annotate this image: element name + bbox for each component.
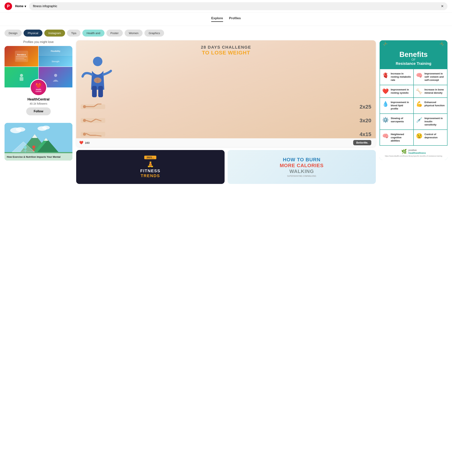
svg-point-44 xyxy=(83,133,86,136)
home-label: Home xyxy=(15,5,23,8)
chip-physical[interactable]: Physical xyxy=(24,30,42,37)
svg-point-5 xyxy=(20,74,23,77)
phw-url: https://www.idealfit.com/fitness-library… xyxy=(383,155,444,157)
phw-line2: healthwellness xyxy=(408,151,426,154)
header: P Home ▾ ✕ xyxy=(0,0,452,13)
chip-health[interactable]: Health and xyxy=(82,30,105,37)
svg-rect-2 xyxy=(16,56,27,57)
benefit-icon-8: 💉 xyxy=(416,117,423,123)
benefits-header: Benefits OF Resistance Training xyxy=(379,46,447,69)
chip-design[interactable]: Design xyxy=(5,30,22,37)
benefit-cell-7: ⚙️ Slowing of sarcopenia xyxy=(380,114,413,130)
benefit-text-5: Improvement in blood lipid profile xyxy=(391,101,411,111)
trends-year: 2021... xyxy=(144,156,156,159)
calories-card[interactable]: HOW TO BURN MORE CALORIES WALKING SUPERS… xyxy=(228,150,376,184)
chip-poster[interactable]: Poster xyxy=(106,30,123,37)
profile-followers: 40.1k followers xyxy=(5,102,73,105)
benefit-icon-10: 😟 xyxy=(416,133,423,139)
benefit-text-3: Improvement in resting systolic xyxy=(391,88,411,95)
benefit-cell-8: 💉 Improvement in insulin sensitivity xyxy=(414,114,447,130)
benefit-text-4: Increase in bone mineral density xyxy=(425,88,445,95)
svg-rect-27 xyxy=(92,86,97,97)
benefit-icon-3: ❤️ xyxy=(382,88,389,94)
chip-graphics[interactable]: Graphics xyxy=(145,30,164,37)
benefit-text-9: Heightened cognitive abilities xyxy=(391,133,411,143)
benefit-text-6: Enhanced physical function xyxy=(425,101,445,107)
benefit-cell-9: 🧠 Heightened cognitive abilities xyxy=(380,130,413,145)
benefit-icon-6: 💪 xyxy=(416,101,423,107)
benefit-text-1: Increase in resting metabolic rate xyxy=(391,72,411,82)
collage-cell-1: Aerobics xyxy=(5,46,38,66)
cal-sub: SUPERSKINYME.COM/WALKING xyxy=(287,175,316,177)
challenge-title: 28 DAYS CHALLENGE xyxy=(201,45,251,50)
home-chevron-icon: ▾ xyxy=(25,5,26,8)
profile-avatar-area: ❤️ Health Central xyxy=(5,79,73,96)
benefits-card[interactable]: 🏋️ 🏋️ Benefits OF Resistance Training 🫀 … xyxy=(379,40,447,160)
svg-text:Aerobics: Aerobics xyxy=(17,53,26,56)
tabs-row: Explore Profiles xyxy=(0,13,452,26)
benefit-cell-6: 💪 Enhanced physical function xyxy=(414,98,447,113)
svg-point-10 xyxy=(16,127,25,132)
like-count: 160 xyxy=(85,141,90,144)
exercise-2: 3x20 xyxy=(81,115,371,126)
reps-2: 3x20 xyxy=(360,117,371,124)
svg-point-7 xyxy=(54,74,57,77)
benefit-text-2: Improvement in self- esteem and self-con… xyxy=(425,72,445,82)
benefit-text-7: Slowing of sarcopenia xyxy=(391,117,411,123)
exercise-1: 2x25 xyxy=(81,101,371,112)
profile-card[interactable]: Aerobics Flexibility Strength xyxy=(5,46,73,119)
svg-point-12 xyxy=(42,126,50,130)
main-content: Profiles you might love Aerobics xyxy=(0,40,452,189)
cal-line3: WALKING xyxy=(289,169,314,174)
benefit-icon-7: ⚙️ xyxy=(382,117,389,123)
follow-button[interactable]: Follow xyxy=(26,107,51,115)
svg-rect-28 xyxy=(98,86,103,97)
challenge-subtitle: TO LOSE WEIGHT xyxy=(201,50,251,56)
cal-line2: MORE CALORIES xyxy=(280,163,324,169)
benefit-cell-5: 💧 Improvement in blood lipid profile xyxy=(380,98,413,113)
benefits-grid: 🫀 Increase in resting metabolic rate 🧠 I… xyxy=(379,69,447,146)
left-column: Profiles you might love Aerobics xyxy=(5,40,73,161)
benefit-text-10: Control of depression xyxy=(425,133,445,139)
benefit-cell-2: 🧠 Improvement in self- esteem and self-c… xyxy=(414,69,447,85)
middle-column: 28 DAYS CHALLENGE TO LOSE WEIGHT xyxy=(76,40,376,184)
nutrition-card[interactable]: How Exercise & Nutrition Impacts Your Me… xyxy=(5,123,73,161)
chip-instagram[interactable]: Instagram xyxy=(44,30,65,37)
home-nav[interactable]: Home ▾ xyxy=(15,5,26,8)
benefit-icon-2: 🧠 xyxy=(416,72,423,78)
profiles-title: Profiles you might love xyxy=(5,40,73,44)
phw-text-block: positive healthwellness xyxy=(408,149,426,154)
chip-women[interactable]: Women xyxy=(125,30,143,37)
tab-profiles[interactable]: Profiles xyxy=(229,16,241,22)
chip-tips[interactable]: Tips xyxy=(67,30,80,37)
weight-loss-image: 28 DAYS CHALLENGE TO LOSE WEIGHT xyxy=(76,40,376,138)
nutrition-overlay: How Exercise & Nutrition Impacts Your Me… xyxy=(5,153,73,161)
search-clear-button[interactable]: ✕ xyxy=(441,4,444,8)
betterme-badge: BetterMe. xyxy=(353,140,371,145)
exercises-list: 2x25 3x20 xyxy=(81,101,371,140)
fitness-trends-card[interactable]: 2021... 🧘 FITNESS TRENDS xyxy=(76,150,225,184)
svg-rect-4 xyxy=(16,59,26,60)
phw-line1: positive xyxy=(408,149,426,151)
benefit-icon-5: 💧 xyxy=(382,101,389,107)
trends-title: FITNESS xyxy=(140,169,160,173)
benefits-footer: 🌿 positive healthwellness https://www.id… xyxy=(379,146,447,160)
workout-illustration xyxy=(81,56,371,101)
weight-loss-pin[interactable]: 28 DAYS CHALLENGE TO LOSE WEIGHT xyxy=(76,40,376,147)
benefit-cell-1: 🫀 Increase in resting metabolic rate xyxy=(380,69,413,85)
right-column: 🏋️ 🏋️ Benefits OF Resistance Training 🫀 … xyxy=(379,40,447,160)
nutrition-text: How Exercise & Nutrition Impacts Your Me… xyxy=(7,156,70,158)
benefits-title: Benefits xyxy=(383,51,444,58)
weight-loss-title: 28 DAYS CHALLENGE TO LOSE WEIGHT xyxy=(201,45,251,56)
heart-avatar-icon: ❤️ xyxy=(35,83,42,89)
dumbbell-row: 🏋️ 🏋️ xyxy=(379,40,447,46)
phw-logo: 🌿 positive healthwellness xyxy=(383,149,444,154)
pinterest-logo[interactable]: P xyxy=(5,2,12,10)
svg-rect-3 xyxy=(16,58,24,59)
benefits-of-label: OF xyxy=(383,58,444,61)
search-bar: ✕ xyxy=(29,2,447,10)
search-input[interactable] xyxy=(33,5,439,8)
tab-explore[interactable]: Explore xyxy=(211,16,223,22)
trends-figure-icon: 🧘 xyxy=(147,161,154,167)
filter-row: Design Physical Instagram Tips Health an… xyxy=(0,26,452,40)
